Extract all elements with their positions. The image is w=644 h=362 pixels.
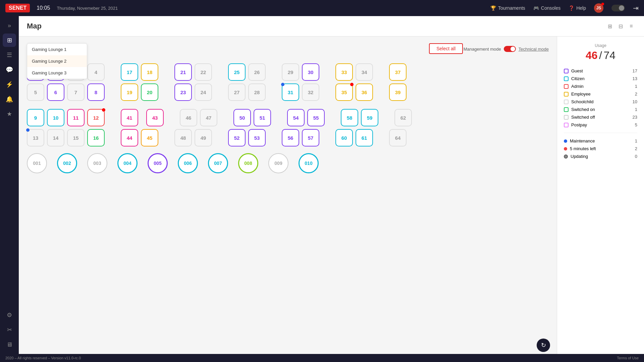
pc-node-15[interactable]: 15 xyxy=(67,129,85,146)
pc-node-46[interactable]: 46 xyxy=(180,109,197,126)
pc-row-4: 13 14 15 16 44 45 48 49 52 53 xyxy=(27,129,549,146)
terms-link[interactable]: Terms of Use xyxy=(617,356,639,360)
pc-node-003[interactable]: 003 xyxy=(87,153,107,173)
pc-node-006[interactable]: 006 xyxy=(178,153,198,173)
pc-node-11[interactable]: 11 xyxy=(67,109,85,126)
pc-node-37[interactable]: 37 xyxy=(389,63,407,81)
pc-node-12[interactable]: 12 xyxy=(87,109,105,126)
pc-node-45[interactable]: 45 xyxy=(141,129,158,146)
pc-node-59[interactable]: 59 xyxy=(361,109,378,126)
pc-node-44[interactable]: 44 xyxy=(121,129,138,146)
pc-node-57[interactable]: 57 xyxy=(302,129,319,146)
lounge-item-3[interactable]: Gaming Lounge 3 xyxy=(27,67,87,79)
legend-employee: Employee 2 xyxy=(564,92,637,97)
tournaments-nav[interactable]: 🏆 Tournaments xyxy=(490,5,525,11)
grid-medium-view[interactable]: ⊟ xyxy=(616,21,625,31)
pc-node-005[interactable]: 005 xyxy=(148,153,168,173)
sidebar-item-map[interactable]: ⊞ xyxy=(3,34,16,47)
pc-node-10[interactable]: 10 xyxy=(47,109,64,126)
pc-node-26[interactable]: 26 xyxy=(248,63,266,81)
sidebar-item-messages[interactable]: 💬 xyxy=(3,63,16,76)
grid-large-view[interactable]: ⊞ xyxy=(605,21,614,31)
sidebar-item-sessions[interactable]: ⚡ xyxy=(3,78,16,91)
pc-node-19[interactable]: 19 xyxy=(121,83,138,101)
pc-node-9[interactable]: 9 xyxy=(27,109,44,126)
pc-node-008[interactable]: 008 xyxy=(238,153,258,173)
consoles-nav[interactable]: 🎮 Consoles xyxy=(533,5,560,11)
maintenance-dot-31 xyxy=(281,83,284,86)
pc-node-36[interactable]: 36 xyxy=(356,83,373,101)
pc-node-53[interactable]: 53 xyxy=(248,129,266,146)
management-mode-toggle[interactable] xyxy=(504,46,516,52)
pc-node-35[interactable]: 35 xyxy=(335,83,353,101)
pc-node-34[interactable]: 34 xyxy=(356,63,373,81)
pc-node-23[interactable]: 23 xyxy=(174,83,192,101)
pc-node-25[interactable]: 25 xyxy=(228,63,246,81)
lounge-item-2[interactable]: Gaming Lounge 2 xyxy=(27,55,87,67)
pc-node-52[interactable]: 52 xyxy=(228,129,246,146)
pc-node-002[interactable]: 002 xyxy=(57,153,77,173)
pc-node-22[interactable]: 22 xyxy=(195,63,212,81)
pc-node-58[interactable]: 58 xyxy=(341,109,358,126)
pc-node-54[interactable]: 54 xyxy=(287,109,305,126)
pc-node-49[interactable]: 49 xyxy=(195,129,212,146)
pc-node-13[interactable]: 13 xyxy=(27,129,44,146)
pc-node-6[interactable]: 6 xyxy=(47,83,64,101)
sidebar-toggle[interactable]: » xyxy=(3,19,16,32)
sidebar-item-tools[interactable]: ✂ xyxy=(3,323,16,337)
pc-node-16[interactable]: 16 xyxy=(87,129,105,146)
pc-node-30[interactable]: 30 xyxy=(302,63,319,81)
pc-node-28[interactable]: 28 xyxy=(248,83,266,101)
pc-node-33[interactable]: 33 xyxy=(335,63,353,81)
pc-node-31[interactable]: 31 xyxy=(282,83,299,101)
pc-node-18[interactable]: 18 xyxy=(141,63,158,81)
help-nav[interactable]: ❓ Help xyxy=(569,5,586,11)
clock: 10:05 xyxy=(37,5,50,11)
pc-node-20[interactable]: 20 xyxy=(141,83,158,101)
pc-node-41[interactable]: 41 xyxy=(121,109,138,126)
pc-node-010[interactable]: 010 xyxy=(299,153,319,173)
pc-node-61[interactable]: 61 xyxy=(356,129,373,146)
usage-slash: / xyxy=(599,49,602,61)
pc-node-39[interactable]: 39 xyxy=(389,83,407,101)
pc-node-29[interactable]: 29 xyxy=(282,63,299,81)
pc-node-5[interactable]: 5 xyxy=(27,83,44,101)
pc-node-21[interactable]: 21 xyxy=(174,63,192,81)
pc-node-56[interactable]: 56 xyxy=(282,129,299,146)
pc-node-4[interactable]: 4 xyxy=(87,63,105,81)
pc-node-17[interactable]: 17 xyxy=(121,63,138,81)
pc-node-24[interactable]: 24 xyxy=(195,83,212,101)
pc-node-004[interactable]: 004 xyxy=(117,153,138,173)
sidebar-item-notifications[interactable]: 🔔 xyxy=(3,93,16,106)
legend-divider xyxy=(564,133,637,133)
pc-node-50[interactable]: 50 xyxy=(233,109,251,126)
refresh-button[interactable]: ↻ xyxy=(537,339,550,352)
technical-mode-link[interactable]: Technical mode xyxy=(519,47,549,52)
pc-node-001[interactable]: 001 xyxy=(27,153,47,173)
pc-node-8[interactable]: 8 xyxy=(87,83,105,101)
lounge-item-1[interactable]: Gaming Lounge 1 xyxy=(27,44,87,55)
pc-node-48[interactable]: 48 xyxy=(174,129,192,146)
select-all-button[interactable]: Select all xyxy=(429,43,463,54)
sidebar-item-favorites[interactable]: ★ xyxy=(3,107,16,121)
pc-node-51[interactable]: 51 xyxy=(254,109,271,126)
pc-node-007[interactable]: 007 xyxy=(208,153,228,173)
sidebar-item-monitor[interactable]: 🖥 xyxy=(3,338,16,351)
pc-node-14[interactable]: 14 xyxy=(47,129,64,146)
pc-node-55[interactable]: 55 xyxy=(307,109,325,126)
exit-button[interactable]: ⇥ xyxy=(633,4,639,12)
pc-node-47[interactable]: 47 xyxy=(200,109,217,126)
pc-node-32[interactable]: 32 xyxy=(302,83,319,101)
pc-node-60[interactable]: 60 xyxy=(335,129,353,146)
list-view[interactable]: ≡ xyxy=(627,21,636,31)
pc-node-009[interactable]: 009 xyxy=(268,153,288,173)
pc-node-62[interactable]: 62 xyxy=(394,109,412,126)
pc-node-43[interactable]: 43 xyxy=(146,109,164,126)
sidebar-item-list[interactable]: ☰ xyxy=(3,48,16,62)
theme-toggle[interactable] xyxy=(611,5,625,11)
pc-node-27[interactable]: 27 xyxy=(228,83,246,101)
avatar[interactable]: JS xyxy=(594,3,603,13)
pc-node-7[interactable]: 7 xyxy=(67,83,85,101)
pc-node-64[interactable]: 64 xyxy=(389,129,407,146)
sidebar-item-settings[interactable]: ⚙ xyxy=(3,308,16,322)
